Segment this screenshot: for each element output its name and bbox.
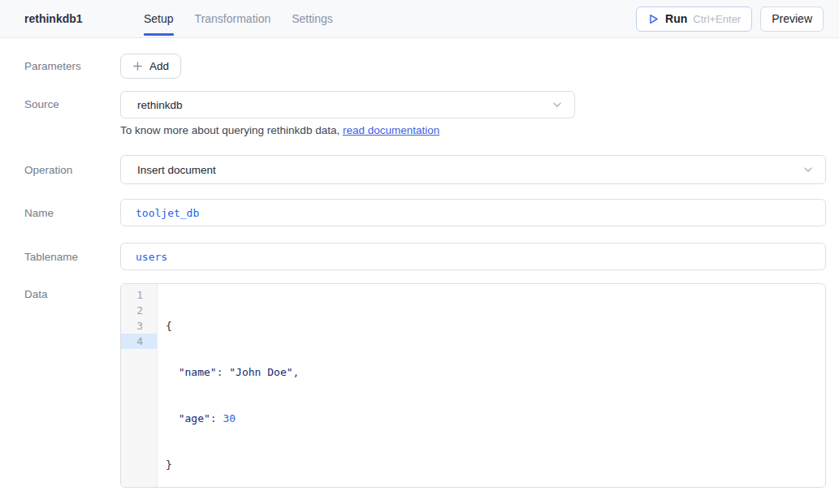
code-token: [166, 412, 179, 424]
operation-select[interactable]: Insert document: [120, 155, 826, 184]
tablename-row: Tablename: [24, 243, 826, 270]
add-parameter-label: Add: [149, 60, 169, 72]
code-area[interactable]: { "name": "John Doe", "age": 30 }: [158, 284, 825, 487]
preview-button[interactable]: Preview: [760, 6, 824, 32]
tab-settings[interactable]: Settings: [292, 0, 333, 37]
source-select-value: rethinkdb: [137, 99, 183, 111]
code-token: "John Doe": [229, 366, 292, 378]
code-line: {: [166, 318, 825, 334]
chevron-down-icon: [551, 99, 563, 110]
operation-row: Operation Insert document: [24, 155, 826, 184]
code-token: "age": [179, 412, 210, 424]
source-row: Source rethinkdb To know more about quer…: [24, 91, 826, 137]
preview-button-label: Preview: [772, 12, 812, 25]
line-number: 3: [121, 318, 157, 334]
source-helper-text: To know more about querying rethinkdb da…: [120, 124, 826, 137]
name-row: Name: [24, 199, 826, 226]
add-parameter-button[interactable]: Add: [120, 54, 181, 79]
data-row: Data 1 2 3 4 { "name": "John Doe", "age"…: [24, 283, 826, 488]
name-input[interactable]: [120, 199, 826, 226]
code-line: "age": 30: [166, 411, 825, 426]
play-icon: [647, 13, 660, 25]
read-documentation-link[interactable]: read documentation: [343, 124, 439, 136]
tablename-input[interactable]: [120, 243, 826, 270]
name-label: Name: [24, 207, 120, 219]
code-line: "name": "John Doe",: [166, 364, 825, 380]
line-number: 2: [121, 303, 157, 318]
code-line: }: [166, 457, 825, 472]
code-token: "name": [179, 366, 217, 378]
parameters-label: Parameters: [24, 60, 120, 72]
run-button[interactable]: Run Ctrl+Enter: [636, 6, 752, 32]
operation-select-value: Insert document: [137, 164, 216, 176]
data-label: Data: [24, 283, 120, 300]
line-number: 1: [121, 287, 157, 303]
parameters-row: Parameters Add: [24, 54, 826, 79]
chevron-down-icon: [802, 164, 814, 175]
code-token: :: [210, 412, 223, 424]
editor-gutter: 1 2 3 4: [121, 284, 158, 487]
code-token: 30: [223, 412, 236, 424]
source-label: Source: [24, 91, 120, 110]
operation-label: Operation: [24, 164, 120, 176]
tab-transformation[interactable]: Transformation: [195, 0, 271, 37]
code-token: }: [166, 459, 172, 471]
header-actions: Run Ctrl+Enter Preview: [333, 0, 839, 37]
source-select[interactable]: rethinkdb: [120, 91, 575, 118]
code-token: :: [217, 366, 230, 378]
run-button-label: Run: [665, 12, 687, 25]
code-token: [166, 366, 179, 378]
setup-panel: Parameters Add Source rethinkdb To know …: [0, 54, 839, 488]
code-token: ,: [293, 366, 300, 378]
data-code-editor[interactable]: 1 2 3 4 { "name": "John Doe", "age": 30 …: [120, 283, 826, 488]
code-token: {: [166, 320, 172, 332]
query-title: rethinkdb1: [0, 0, 144, 37]
run-shortcut: Ctrl+Enter: [693, 13, 741, 25]
tablename-label: Tablename: [24, 251, 120, 263]
source-helper-prefix: To know more about querying rethinkdb da…: [120, 124, 343, 136]
line-number-active: 4: [121, 334, 157, 349]
plus-icon: [132, 61, 143, 71]
tab-setup[interactable]: Setup: [144, 0, 174, 37]
tab-bar: Setup Transformation Settings: [144, 0, 333, 37]
query-editor-header: rethinkdb1 Setup Transformation Settings…: [0, 0, 839, 38]
